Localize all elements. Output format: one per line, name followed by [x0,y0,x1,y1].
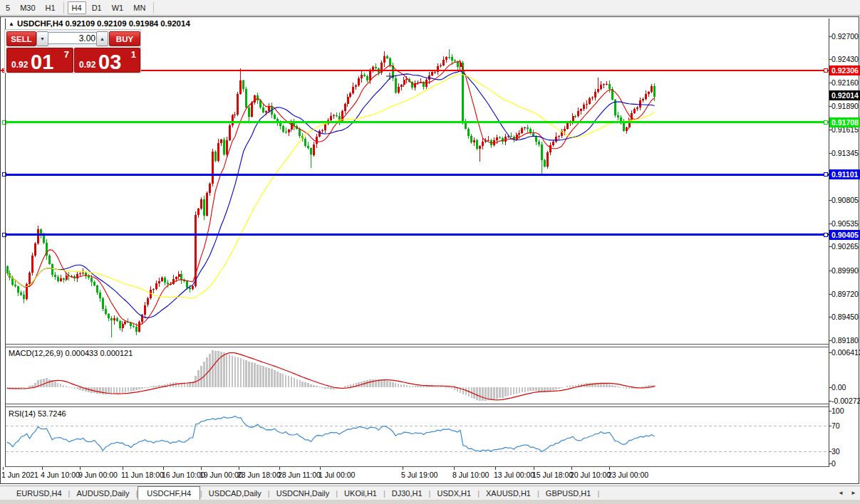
rsi-axis-tick: 30 [831,447,840,456]
current-price-tag: 0.92014 [829,90,860,100]
chart-canvas[interactable] [0,0,860,504]
level-price-tag: 0.91101 [829,169,860,179]
level-price-tag: 0.90405 [829,230,860,240]
tab-scroll-right-icon[interactable]: ► [851,490,856,496]
rsi-axis-tick: 0 [831,459,836,468]
price-axis-tick: 0.90805 [831,196,859,205]
volume-input[interactable] [48,32,99,44]
price-axis-tick: 0.90265 [831,242,859,251]
line-handle [824,68,827,72]
ma-line [7,71,655,318]
ohlc-high: 0.92109 [97,19,127,28]
macd-axis-tick: 0.006413 [831,348,860,357]
price-axis-tick: 0.92430 [831,55,859,64]
ma-line [7,74,655,298]
candles-layer [6,49,656,337]
price-axis-tick: 0.89180 [831,336,859,345]
price-axis-tick: 0.92700 [831,32,859,41]
level-price-tag: 0.91708 [829,117,860,127]
symbol-label: USDCHF,H4 [17,19,63,28]
buy-price-big: 03 [98,51,121,74]
macd-signal-line [7,353,655,400]
price-axis-tick: 0.89720 [831,290,859,299]
volume-increase-button[interactable]: ▲ [96,31,108,46]
price-axis-tick: 0.89450 [831,313,859,322]
one-click-trading-panel: SELL ▼ ▲ BUY 0.92 01 7 0.92 03 1 [4,29,141,73]
ma-line [7,61,655,325]
macd-axis-tick: -0.002726 [831,397,860,406]
window-frame [1,17,859,484]
collapse-icon[interactable]: ▲ [9,21,14,27]
chart-title: ▲USDCHF,H40.921090.921090.919840.92014 [9,19,192,28]
price-axis-tick: 0.90535 [831,219,859,229]
ohlc-open: 0.92109 [65,19,95,28]
rsi-label: RSI(14) 53.7246 [9,409,66,418]
price-axis-tick: 0.91890 [831,102,859,111]
macd-layer [6,350,656,401]
macd-label: MACD(12,26,9) 0.000433 0.000121 [9,349,133,357]
line-handle [824,233,827,236]
price-axis-tick: 0.91345 [831,149,859,158]
sell-button[interactable]: SELL [6,31,36,46]
price-axis-tick: 0.92160 [831,78,859,88]
price-axis-tick: 0.89990 [831,266,859,275]
buy-price-box[interactable]: 0.92 03 1 [74,48,140,73]
macd-axis-tick: 0.00 [831,383,846,392]
buy-price-prefix: 0.92 [79,60,95,70]
ohlc-close: 0.92014 [160,19,190,28]
tab-scroll-left-icon[interactable]: ◄ [838,490,844,496]
line-handle [824,120,827,124]
ohlc-low: 0.91984 [129,19,159,28]
sell-price-sup: 7 [64,49,69,60]
sell-price-prefix: 0.92 [11,60,28,70]
rsi-axis-tick: 100 [831,406,844,416]
rsi-line [7,416,655,451]
rsi-axis-tick: 70 [831,421,840,431]
volume-decrease-button[interactable]: ▼ [36,31,48,46]
level-price-tag: 0.92306 [829,65,860,75]
buy-price-sup: 1 [131,49,136,60]
sell-price-big: 01 [31,51,53,74]
sell-price-box[interactable]: 0.92 01 7 [6,48,73,73]
buy-button[interactable]: BUY [109,31,140,46]
line-handle [824,173,827,177]
